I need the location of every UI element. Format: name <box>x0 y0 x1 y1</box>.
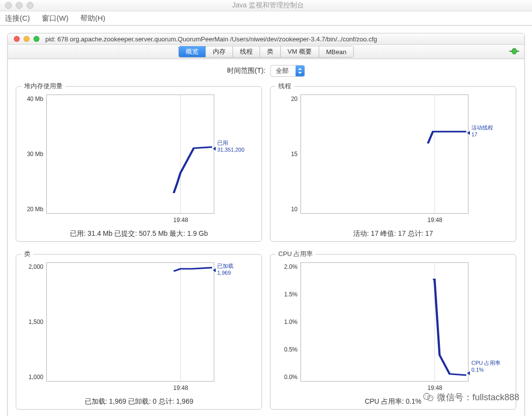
tab-classes[interactable]: 类 <box>260 46 281 57</box>
minimize-icon[interactable] <box>24 36 30 42</box>
panel-threads: 线程 20 15 10 <box>270 82 516 242</box>
close-icon[interactable] <box>14 36 20 42</box>
classes-summary: 已加载: 1,969 已卸载: 0 总计: 1,969 <box>21 394 257 406</box>
maximize-icon[interactable] <box>33 36 39 42</box>
time-scope-value: 全部 <box>271 66 296 75</box>
heap-summary: 已用: 31.4 Mb 已提交: 507.5 Mb 最大: 1.9 Gb <box>21 226 257 238</box>
panel-cpu-title: CPU 占用率 <box>275 250 316 258</box>
classes-yaxis: 2,000 1,500 1,000 <box>21 262 46 394</box>
process-window: pid: 678 org.apache.zookeeper.server.quo… <box>7 33 525 416</box>
tab-memory[interactable]: 内存 <box>206 46 233 57</box>
cpu-callout: CPU 占用率 0.1% <box>468 262 511 381</box>
app-title: Java 监视和管理控制台 <box>33 1 532 10</box>
process-title: pid: 678 org.apache.zookeeper.server.quo… <box>45 35 524 43</box>
maximize-icon[interactable] <box>27 2 33 9</box>
panel-threads-title: 线程 <box>275 82 294 91</box>
tab-overview[interactable]: 概览 <box>179 46 206 57</box>
cpu-yaxis: 2.0% 1.5% 1.0% 0.5% 0.0% <box>275 262 300 394</box>
panel-heap: 堆内存使用量 40 Mb 30 Mb 20 Mb <box>16 82 262 242</box>
tab-bar: 概览 内存 线程 类 VM 概要 MBean <box>8 45 524 59</box>
menu-help[interactable]: 帮助(H) <box>80 14 105 23</box>
menu-bar: 连接(C) 窗口(W) 帮助(H) <box>0 11 532 26</box>
minimize-icon[interactable] <box>16 2 23 9</box>
cpu-plot <box>300 262 468 382</box>
heap-xaxis: 19:48 <box>46 214 214 226</box>
heap-yaxis: 40 Mb 30 Mb 20 Mb <box>21 95 46 226</box>
tab-threads[interactable]: 线程 <box>233 46 260 57</box>
panel-heap-title: 堆内存使用量 <box>21 82 66 91</box>
cpu-xaxis: 19:48 <box>300 382 468 394</box>
threads-yaxis: 20 15 10 <box>275 95 300 226</box>
heap-callout: 已用 31,351,200 <box>214 95 257 213</box>
app-titlebar: Java 监视和管理控制台 <box>0 0 532 11</box>
classes-plot <box>46 262 214 382</box>
panel-cpu: CPU 占用率 2.0% 1.5% 1.0% 0.5% 0.0% <box>270 250 516 410</box>
classes-callout: 已加载 1,969 <box>214 262 257 381</box>
svg-point-1 <box>512 48 517 54</box>
connection-status-icon <box>509 47 519 55</box>
threads-summary: 活动: 17 峰值: 17 总计: 17 <box>275 226 511 238</box>
threads-callout: 活动线程 17 <box>468 95 511 213</box>
panel-classes-title: 类 <box>21 250 33 258</box>
classes-xaxis: 19:48 <box>46 382 214 394</box>
time-scope-select[interactable]: 全部 <box>270 65 305 77</box>
threads-xaxis: 19:48 <box>300 214 468 226</box>
time-scope-label: 时间范围(T): <box>227 66 266 75</box>
menu-connect[interactable]: 连接(C) <box>5 14 30 23</box>
heap-plot <box>46 95 214 214</box>
menu-window[interactable]: 窗口(W) <box>42 14 68 23</box>
dropdown-arrow-icon <box>296 65 304 76</box>
cpu-summary: CPU 占用率: 0.1% <box>275 394 511 406</box>
panel-classes: 类 2,000 1,500 1,000 <box>16 250 262 410</box>
threads-plot <box>300 95 468 214</box>
close-icon[interactable] <box>5 2 12 9</box>
tab-mbean[interactable]: MBean <box>319 46 353 57</box>
tab-vm[interactable]: VM 概要 <box>281 46 319 57</box>
